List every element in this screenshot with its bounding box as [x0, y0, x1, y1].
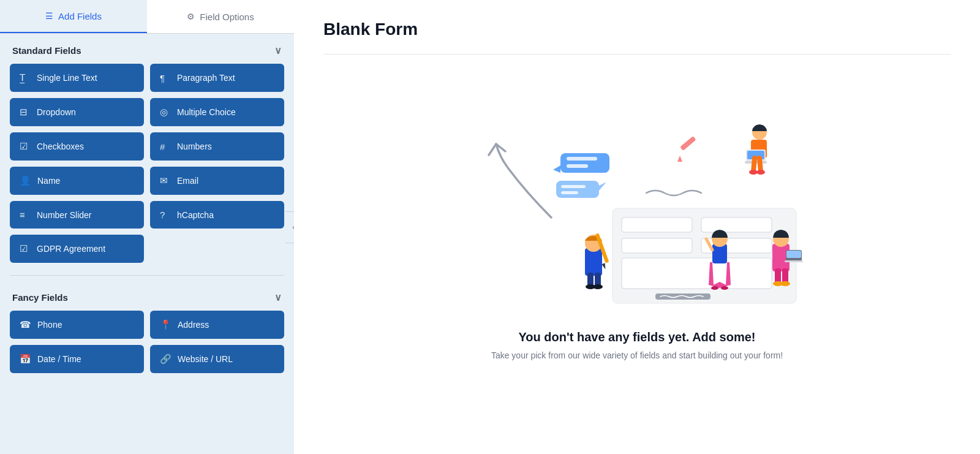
tab-field-options-label: Field Options [200, 12, 254, 22]
speech-bubble-2 [556, 181, 606, 198]
name-label: Name [37, 176, 60, 186]
field-btn-address[interactable]: 📍 Address [150, 311, 284, 339]
field-btn-paragraph-text[interactable]: ¶ Paragraph Text [150, 64, 284, 92]
gdpr-icon: ☑ [20, 243, 31, 254]
fancy-fields-header: Fancy Fields ∨ [0, 281, 294, 311]
fancy-fields-chevron[interactable]: ∨ [274, 292, 282, 303]
numbers-icon: # [160, 142, 171, 152]
paragraph-text-label: Paragraph Text [177, 73, 235, 83]
svg-rect-17 [585, 248, 602, 276]
tab-add-fields[interactable]: ☰ Add Fields [0, 0, 147, 33]
phone-label: Phone [37, 320, 62, 330]
dropdown-label: Dropdown [37, 107, 76, 117]
multiple-choice-label: Multiple Choice [177, 107, 236, 117]
svg-marker-3 [553, 165, 560, 173]
empty-state-subtitle: Take your pick from our wide variety of … [491, 350, 783, 360]
standard-fields-header: Standard Fields ∨ [0, 34, 294, 64]
numbers-label: Numbers [177, 142, 212, 151]
gdpr-label: GDPR Agreement [37, 244, 105, 254]
address-icon: 📍 [160, 319, 172, 330]
svg-marker-9 [677, 156, 682, 162]
name-icon: 👤 [20, 175, 31, 186]
checkboxes-label: Checkboxes [37, 142, 84, 151]
standard-fields-label: Standard Fields [12, 45, 81, 56]
tab-field-options[interactable]: ⚙ Field Options [147, 0, 294, 33]
svg-rect-43 [785, 260, 803, 262]
svg-point-47 [780, 281, 790, 286]
illustration-container [466, 119, 809, 316]
field-btn-hcaptcha[interactable]: ? hCaptcha [150, 201, 284, 229]
svg-rect-2 [567, 164, 588, 168]
field-btn-name[interactable]: 👤 Name [10, 167, 144, 195]
svg-rect-21 [587, 273, 594, 286]
person-laptop-bottom-right [772, 230, 803, 286]
svg-point-38 [756, 170, 765, 175]
svg-rect-6 [561, 191, 578, 194]
section-divider [10, 275, 284, 276]
svg-rect-0 [560, 153, 609, 173]
svg-marker-20 [601, 263, 607, 270]
phone-icon: ☎ [20, 319, 31, 330]
tab-add-fields-label: Add Fields [58, 11, 102, 21]
date-time-label: Date / Time [37, 354, 81, 364]
field-btn-date-time[interactable]: 📅 Date / Time [10, 345, 144, 373]
svg-rect-1 [567, 157, 597, 161]
email-label: Email [177, 176, 198, 186]
form-title: Blank Form [323, 20, 951, 39]
field-btn-gdpr[interactable]: ☑ GDPR Agreement [10, 235, 144, 263]
svg-rect-15 [622, 258, 772, 289]
website-url-label: Website / URL [178, 354, 233, 364]
fancy-fields-label: Fancy Fields [12, 292, 68, 303]
hcaptcha-label: hCaptcha [177, 210, 214, 220]
number-slider-icon: ≡ [20, 210, 31, 220]
field-btn-phone[interactable]: ☎ Phone [10, 311, 144, 339]
svg-rect-22 [595, 273, 601, 286]
email-icon: ✉ [160, 175, 171, 186]
paragraph-text-icon: ¶ [160, 73, 171, 83]
standard-fields-grid: T̲ Single Line Text ¶ Paragraph Text ⊟ D… [0, 64, 294, 273]
address-label: Address [178, 320, 209, 330]
svg-point-29 [721, 286, 728, 290]
person-orange [585, 233, 609, 289]
dropdown-icon: ⊟ [20, 107, 31, 118]
svg-point-24 [593, 284, 603, 289]
tabs-bar: ☰ Add Fields ⚙ Field Options [0, 0, 294, 34]
empty-state: You don't have any fields yet. Add some!… [323, 55, 951, 425]
collapse-panel-button[interactable]: ‹ [285, 211, 294, 243]
svg-point-37 [749, 170, 758, 175]
number-slider-label: Number Slider [37, 210, 91, 220]
field-btn-numbers[interactable]: # Numbers [150, 132, 284, 161]
svg-marker-7 [599, 182, 606, 191]
svg-rect-5 [561, 185, 586, 188]
field-btn-dropdown[interactable]: ⊟ Dropdown [10, 98, 144, 126]
form-mockup-box [612, 208, 796, 303]
field-btn-single-line-text[interactable]: T̲ Single Line Text [10, 64, 144, 92]
hcaptcha-icon: ? [160, 210, 171, 220]
field-btn-website-url[interactable]: 🔗 Website / URL [150, 345, 284, 373]
field-btn-email[interactable]: ✉ Email [150, 167, 284, 195]
field-btn-checkboxes[interactable]: ☑ Checkboxes [10, 132, 144, 161]
date-time-icon: 📅 [20, 354, 31, 365]
add-fields-icon: ☰ [45, 11, 53, 21]
left-panel: ☰ Add Fields ⚙ Field Options Standard Fi… [0, 0, 294, 454]
fancy-fields-grid: ☎ Phone 📍 Address 📅 Date / Time 🔗 Websit… [0, 311, 294, 383]
standard-fields-chevron[interactable]: ∨ [274, 45, 282, 56]
illustration-svg [466, 119, 809, 316]
svg-rect-42 [786, 251, 801, 258]
svg-rect-12 [701, 218, 772, 232]
website-url-icon: 🔗 [160, 354, 172, 365]
right-panel: Blank Form [294, 0, 980, 454]
single-line-text-label: Single Line Text [37, 73, 97, 83]
svg-point-28 [711, 286, 718, 290]
svg-rect-4 [556, 181, 599, 198]
field-options-icon: ⚙ [187, 12, 195, 21]
svg-line-36 [760, 158, 761, 172]
svg-rect-11 [622, 218, 692, 232]
arrow-graphic [489, 144, 551, 218]
field-btn-number-slider[interactable]: ≡ Number Slider [10, 201, 144, 229]
person-laptop-top-right [745, 124, 767, 175]
field-btn-multiple-choice[interactable]: ◎ Multiple Choice [150, 98, 284, 126]
checkboxes-icon: ☑ [20, 141, 31, 152]
svg-line-35 [753, 158, 755, 172]
svg-rect-13 [622, 238, 692, 253]
